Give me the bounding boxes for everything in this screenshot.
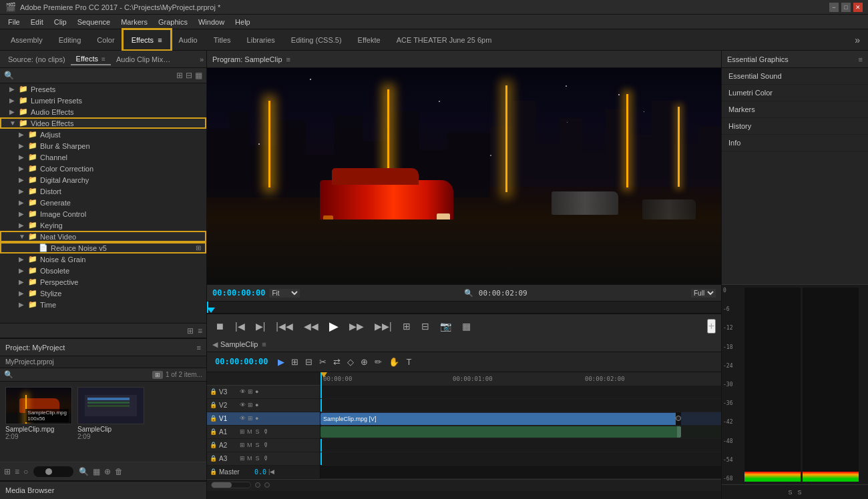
track-mic-a2[interactable]: 🎙 [263, 442, 269, 448]
panel-menu-icon[interactable]: » [200, 55, 204, 63]
track-s-a2[interactable]: S [256, 442, 260, 448]
ripple-edit-button[interactable]: ⊞ [289, 355, 300, 369]
track-master-end[interactable]: |◀ [268, 468, 274, 475]
lock-icon[interactable]: 🔒 [210, 455, 217, 462]
tab-effects[interactable]: Effects ≡ [71, 53, 111, 65]
track-settings-v3[interactable]: ● [255, 388, 258, 395]
frame-fwd-button[interactable]: ▶| [253, 318, 268, 334]
monitor-timecode[interactable]: 00:00:00:00 [212, 288, 265, 298]
tree-item-keying[interactable]: ▶ 📁 Keying [0, 219, 206, 231]
play-button[interactable]: ▶ [327, 316, 341, 336]
tree-item-channel[interactable]: ▶ 📁 Channel [0, 151, 206, 163]
shuttle-right-button[interactable]: ⊟ [419, 318, 432, 334]
track-sync-a2[interactable]: ⊞ [240, 442, 245, 448]
essential-graphics-menu-icon[interactable]: ≡ [859, 55, 863, 63]
zoom-slider[interactable] [33, 466, 73, 477]
tree-item-video-effects[interactable]: ▼ 📁 Video Effects [0, 117, 206, 129]
menu-clip[interactable]: Clip [49, 17, 72, 27]
timeline-zoom-left[interactable] [255, 482, 260, 488]
shuttle-left-button[interactable]: ⊞ [400, 318, 413, 334]
close-button[interactable]: ✕ [853, 3, 863, 12]
tree-item-color-correction[interactable]: ▶ 📁 Color Correction [0, 163, 206, 174]
timeline-tracks[interactable]: 00:00:00 00:00:01:00 00:00:02:00 [320, 372, 721, 479]
tab-audio-clip-mixer[interactable]: Audio Clip Mixer: Sam... [111, 54, 178, 65]
tree-item-stylize[interactable]: ▶ 📁 Stylize [0, 288, 206, 299]
timeline-zoom-right[interactable] [264, 482, 270, 488]
fit-selector[interactable]: Fit 25% 50% 100% [269, 289, 300, 298]
track-settings-v1[interactable]: ● [255, 415, 258, 422]
markers-item[interactable]: Markers [722, 101, 868, 118]
list-view-button[interactable]: ⊞ [4, 467, 11, 476]
new-bin-icon[interactable]: ⊞ [176, 71, 183, 80]
tree-item-distort[interactable]: ▶ 📁 Distort [0, 185, 206, 197]
track-sync-v1[interactable]: ⊞ [248, 415, 253, 422]
track-visibility-v1[interactable]: 👁 [240, 415, 246, 422]
tab-libraries[interactable]: Libraries [239, 29, 283, 50]
tab-source[interactable]: Source: (no clips) [3, 54, 71, 65]
effects-search-input[interactable] [17, 71, 174, 79]
monitor-timeline-ruler[interactable] [207, 302, 721, 314]
track-visibility-v3[interactable]: 👁 [240, 388, 246, 395]
snap-button[interactable]: ⊕ [359, 355, 370, 369]
icon-list-btn[interactable]: ⊞ [152, 371, 163, 379]
magnify-icon[interactable]: 🔍 [464, 289, 473, 298]
maximize-button[interactable]: □ [841, 3, 851, 12]
timeline-clip-v1[interactable]: SampleClip.mpg [V] [320, 413, 681, 425]
history-item[interactable]: History [722, 118, 868, 135]
play-forward-button[interactable]: ▶▶ [347, 318, 367, 334]
timeline-scrollbar[interactable] [211, 482, 251, 488]
tab-effects[interactable]: Effects ≡ [123, 29, 171, 50]
tree-item-obsolete[interactable]: ▶ 📁 Obsolete [0, 265, 206, 276]
track-m-a1[interactable]: M [247, 428, 252, 435]
rolling-edit-button[interactable]: ⊟ [303, 355, 314, 369]
tree-item-presets[interactable]: ▶ 📁 Presets [0, 83, 206, 95]
hand-tool-button[interactable]: ✋ [387, 355, 401, 369]
project-item-sampleclip-seq[interactable]: SampleClip 2:09 [77, 387, 144, 440]
timeline-menu-icon[interactable]: ≡ [262, 340, 266, 348]
monitor-menu-icon[interactable]: ≡ [286, 55, 290, 63]
tab-editing[interactable]: Editing [51, 29, 89, 50]
clip-handle-right-a1[interactable] [677, 426, 681, 438]
icon-view-button[interactable]: ≡ [15, 467, 19, 476]
tab-editing-css[interactable]: Editing (CSS.5) [283, 29, 350, 50]
tree-item-perspective[interactable]: ▶ 📁 Perspective [0, 276, 206, 288]
frame-back-button[interactable]: |◀ [232, 318, 248, 334]
essential-sound-item[interactable]: Essential Sound [722, 68, 868, 85]
tree-item-audio-effects[interactable]: ▶ 📁 Audio Effects [0, 106, 206, 117]
go-to-out-button[interactable]: ▶▶| [372, 318, 395, 334]
timeline-timecode[interactable]: 00:00:00:00 [210, 357, 273, 366]
slip-tool-button[interactable]: ⇄ [331, 355, 343, 369]
search-project-button[interactable]: 🔍 [79, 467, 89, 476]
project-menu-icon[interactable]: ≡ [197, 344, 201, 352]
delete-item-button[interactable]: 🗑 [115, 467, 123, 476]
track-sync-a3[interactable]: ⊞ [240, 455, 245, 462]
menu-file[interactable]: File [3, 17, 25, 27]
info-item[interactable]: Info [722, 135, 868, 151]
menu-help[interactable]: Help [230, 17, 256, 27]
timeline-clip-a1[interactable] [320, 426, 681, 438]
tab-audio[interactable]: Audio [171, 29, 206, 50]
button-editor-button[interactable]: ▦ [459, 318, 473, 334]
track-s-a1[interactable]: S [256, 428, 260, 435]
track-visibility-v2[interactable]: 👁 [240, 402, 246, 408]
track-mic-a3[interactable]: 🎙 [263, 455, 269, 462]
track-s-a3[interactable]: S [256, 455, 260, 462]
tree-item-noise-grain[interactable]: ▶ 📁 Noise & Grain [0, 254, 206, 265]
menu-markers[interactable]: Markers [116, 17, 153, 27]
tree-item-neat-video[interactable]: ▼ 📁 Neat Video [0, 231, 206, 242]
tree-item-digital-anarchy[interactable]: ▶ 📁 Digital Anarchy [0, 174, 206, 185]
track-sync-v3[interactable]: ⊞ [248, 388, 253, 395]
lumetri-color-item[interactable]: Lumetri Color [722, 85, 868, 101]
tab-effekte[interactable]: Effekte [350, 29, 389, 50]
quality-selector[interactable]: Full 1/2 1/4 [691, 289, 716, 298]
delete-bottom-icon[interactable]: ≡ [198, 326, 202, 336]
lock-icon[interactable]: 🔒 [210, 402, 217, 408]
lock-icon[interactable]: 🔒 [210, 415, 217, 422]
tree-item-generate[interactable]: ▶ 📁 Generate [0, 197, 206, 208]
project-item-sampleclip-mpg[interactable]: SampleClip.mpg100x56 SampleClip.mpg 2:09 [5, 387, 72, 440]
project-search-input[interactable] [16, 371, 150, 378]
lock-icon[interactable]: 🔒 [210, 428, 217, 435]
add-marker-button[interactable]: ◇ [345, 355, 356, 369]
lock-icon[interactable]: 🔒 [210, 442, 217, 448]
menu-edit[interactable]: Edit [25, 17, 49, 27]
